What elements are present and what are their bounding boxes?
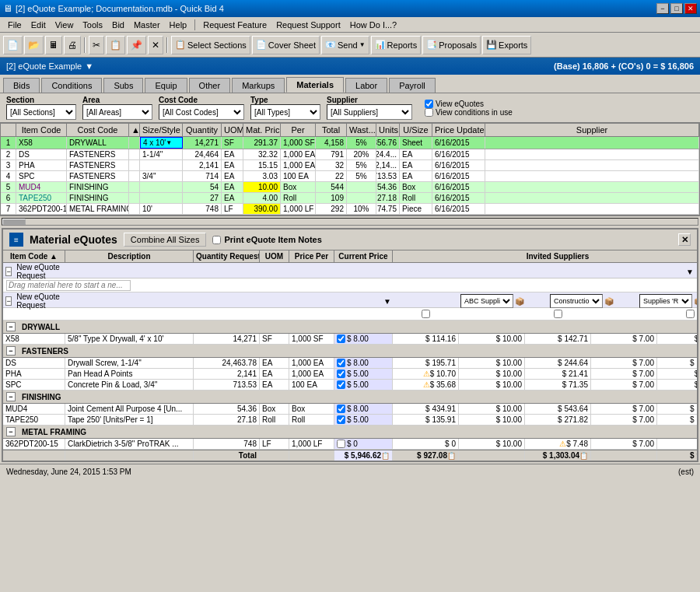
view-equotes-checkbox[interactable] [425, 100, 433, 108]
filter-area-select[interactable]: [All Areas] [82, 104, 152, 120]
menu-how-do-i[interactable]: How Do I...? [345, 19, 402, 31]
eq-row-362pdt[interactable]: 362PDT200-15 ClarkDietrich 3-5/8" ProTRA… [3, 439, 697, 450]
new-button[interactable]: 📄 [3, 36, 23, 54]
filter-costcode-select[interactable]: [All Cost Codes] [159, 104, 244, 120]
tab-payroll[interactable]: Payroll [389, 78, 436, 93]
tab-subs[interactable]: Subs [103, 78, 143, 93]
eq-gh-priceper[interactable]: Price Per [289, 250, 334, 262]
gh-uom[interactable]: UOM [222, 124, 243, 136]
eq-362pdt-check[interactable] [337, 440, 345, 448]
gh-cost-code[interactable]: Cost Code [67, 124, 129, 136]
eq-ds-check[interactable] [337, 359, 345, 367]
sc-abc-check[interactable] [393, 308, 459, 320]
eq-gh-current[interactable]: Current Price [334, 250, 393, 262]
open-button[interactable]: 📂 [24, 36, 44, 54]
menu-master[interactable]: Master [129, 19, 165, 31]
menu-file[interactable]: File [3, 19, 26, 31]
supplier-rus-icon[interactable]: 📦 [694, 297, 697, 306]
print-equote-checkbox[interactable] [212, 236, 221, 244]
eq-gh-item[interactable]: Item Code ▲ [3, 250, 65, 262]
abc-checkbox[interactable] [422, 310, 430, 318]
tab-materials[interactable]: Materials [286, 77, 344, 93]
gh-units[interactable]: Units [376, 124, 400, 136]
eq-spc-check[interactable] [337, 380, 345, 389]
minimize-button[interactable]: − [656, 3, 669, 14]
view-equotes-label[interactable]: View eQuotes [425, 100, 513, 108]
grid-row[interactable]: 7 362PDT200-15 METAL FRAMING 10' 748 LF … [1, 204, 699, 215]
exports-button[interactable]: 💾 Exports [482, 36, 531, 54]
maximize-button[interactable]: □ [670, 3, 683, 14]
eq-row-ds[interactable]: DS Drywall Screw, 1-1/4" 24,463.78 EA 1,… [3, 358, 697, 369]
print-equote-label[interactable]: Print eQuote Item Notes [212, 235, 321, 244]
eq-gh-desc[interactable]: Description [65, 250, 194, 262]
filter-section-select[interactable]: [All Sections] [6, 104, 76, 120]
gh-price-updated[interactable]: Price Updated [432, 124, 485, 136]
tab-bids[interactable]: Bids [3, 78, 40, 93]
rus-checkbox[interactable] [686, 310, 695, 318]
reports-button[interactable]: 📊 Reports [371, 36, 422, 54]
combine-all-sizes-button[interactable]: Combine All Sizes [124, 233, 207, 247]
scroll-thumb[interactable] [2, 219, 26, 225]
tab-labor[interactable]: Labor [345, 78, 387, 93]
gh-size-style[interactable]: Size/Style [140, 124, 183, 136]
supplier-rus-select[interactable]: Supplies 'R Us [639, 294, 692, 308]
tab-markups[interactable]: Markups [232, 78, 285, 93]
app-title[interactable]: [2] eQuote Example ▼ [6, 61, 93, 71]
eq-x58-check[interactable] [337, 335, 345, 343]
copy-button[interactable]: 📋 [106, 36, 125, 54]
eq-gh-uom[interactable]: UOM [260, 250, 289, 262]
gh-item-code[interactable]: Item Code [16, 124, 67, 136]
gh-waste[interactable]: Wast... [347, 124, 376, 136]
eq-row-tape250[interactable]: TAPE250 Tape 250' [Units/Per = 1] 27.18 … [3, 415, 697, 426]
horizontal-scrollbar[interactable] [0, 215, 700, 226]
send-button[interactable]: 📧 Send ▼ [321, 36, 369, 54]
gh-total[interactable]: Total [316, 124, 347, 136]
new-request-1-arrow[interactable]: ▼ [393, 268, 697, 276]
supplier-abc-select[interactable]: ABC Supplies [460, 294, 513, 308]
collapse-2-icon[interactable]: − [5, 296, 12, 306]
eq-row-mud4[interactable]: MUD4 Joint Cement All Purpose 4 [Un... 5… [3, 404, 697, 415]
grid-row[interactable]: 1 X58 DRYWALL 4 x 10' ▼ 14,271 SF 291.37… [1, 137, 699, 149]
cut-button[interactable]: ✂ [89, 36, 104, 54]
view-conditions-label[interactable]: View conditions in use [425, 108, 513, 117]
supplier-construction-icon[interactable]: 📦 [604, 297, 614, 306]
filter-supplier-select[interactable]: [All Suppliers] [327, 104, 412, 120]
menu-tools[interactable]: Tools [78, 19, 107, 31]
menu-request-support[interactable]: Request Support [271, 19, 345, 31]
sc-rus-check[interactable] [657, 308, 697, 320]
paste-button[interactable]: 📌 [127, 36, 146, 54]
gh-per[interactable]: Per [281, 124, 316, 136]
calc-button[interactable]: 🖩 [45, 36, 62, 54]
fasteners-collapse-icon[interactable]: − [6, 346, 16, 356]
eq-row-pha[interactable]: PHA Pan Head A Points 2,141 EA 1,000 EA … [3, 369, 697, 380]
grid-row[interactable]: 4 SPC FASTENERS 3/4" 714 EA 3.03 100 EA … [1, 171, 699, 182]
eq-gh-qty[interactable]: Quantity Request... [194, 250, 260, 262]
gh-quantity[interactable]: Quantity [183, 124, 222, 136]
supplier-abc-icon[interactable]: 📦 [515, 297, 524, 306]
menu-view[interactable]: View [51, 19, 79, 31]
sc-con-check[interactable] [525, 308, 591, 320]
menu-request-feature[interactable]: Request Feature [198, 19, 271, 31]
eq-row-x58[interactable]: X58 5/8" Type X Drywall, 4' x 10' 14,271… [3, 334, 697, 345]
eq-pha-check[interactable] [337, 370, 345, 378]
metalframing-collapse-icon[interactable]: − [6, 427, 16, 436]
construction-checkbox[interactable] [554, 310, 562, 318]
drag-material-input[interactable] [6, 280, 131, 291]
menu-edit[interactable]: Edit [26, 19, 51, 31]
grid-row[interactable]: 2 DS FASTENERS 1-1/4" 24,464 EA 32.32 1,… [1, 149, 699, 160]
proposals-button[interactable]: 📑 Proposals [422, 36, 481, 54]
filter-type-select[interactable]: [All Types] [250, 104, 320, 120]
finishing-collapse-icon[interactable]: − [6, 392, 16, 401]
cover-sheet-button[interactable]: 📄 Cover Sheet [252, 36, 320, 54]
drywall-collapse-icon[interactable]: − [6, 322, 16, 331]
gh-sort[interactable]: ▲ [129, 124, 140, 136]
gh-supplier[interactable]: Supplier [485, 124, 699, 136]
view-conditions-checkbox[interactable] [425, 108, 433, 117]
menu-help[interactable]: Help [165, 19, 192, 31]
eq-row-spc[interactable]: SPC Concrete Pin & Load, 3/4" 713.53 EA … [3, 380, 697, 391]
grid-row[interactable]: 6 TAPE250 FINISHING 27 EA 4.00 Roll 109 … [1, 193, 699, 204]
grid-row[interactable]: 3 PHA FASTENERS 2,141 EA 15.15 1,000 EA … [1, 160, 699, 171]
collapse-1-icon[interactable]: − [5, 267, 12, 276]
eq-mud4-check[interactable] [337, 405, 345, 413]
tab-conditions[interactable]: Conditions [41, 78, 102, 93]
